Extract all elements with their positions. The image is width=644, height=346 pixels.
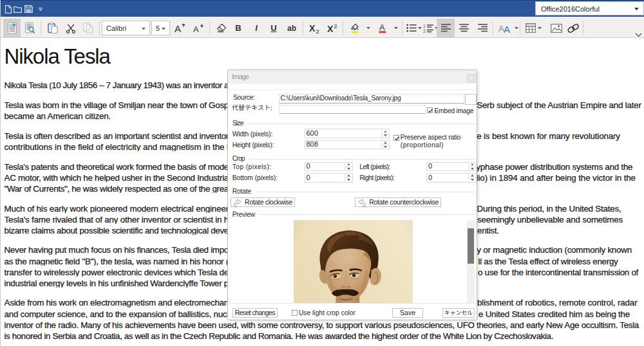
preview-scrollbar-thumb[interactable] [468, 228, 474, 264]
save-icon[interactable] [24, 5, 33, 13]
crop-bottom-spinbox[interactable]: 0 [305, 173, 353, 183]
superscript-button[interactable]: X2 [325, 19, 340, 37]
strikethrough-button[interactable]: ab [285, 19, 299, 37]
spinner-buttons[interactable] [468, 174, 476, 182]
shrink-font-icon: A [193, 23, 204, 33]
document-text-line: During this period, in the United States… [477, 205, 621, 213]
crop-right-spinbox[interactable]: 0 [426, 173, 477, 183]
spinner-buttons[interactable] [381, 129, 389, 138]
underline-icon: U [270, 23, 276, 33]
text-segment: e is best known for many revolutionary [477, 132, 620, 140]
bold-button[interactable]: B [231, 19, 245, 37]
grow-font-icon: A [175, 23, 186, 33]
rotate-section-line [255, 192, 476, 192]
subscript-button[interactable]: X2 [307, 19, 322, 37]
use-light-crop-color-label: Use light crop color [299, 309, 355, 316]
cancel-label-glyphs [444, 309, 473, 316]
toolbar-separator [343, 21, 343, 35]
text-segment: blishment of robotics, remote control, r… [477, 298, 638, 307]
svg-text:X: X [327, 24, 334, 33]
spinner-buttons[interactable] [468, 163, 476, 171]
change-case-button[interactable]: AA [498, 19, 513, 37]
rotate-counterclockwise-button[interactable]: Rotate counterclockwise [355, 197, 441, 207]
text-segment: Much of his early work pioneered modern … [5, 205, 229, 213]
preview-scrollbar[interactable] [467, 221, 475, 304]
document-text-line: e United States credited him as being th… [478, 310, 630, 318]
text-segment: bizarre claims about possible scientific… [5, 226, 229, 235]
width-spinbox[interactable]: 600 [305, 129, 390, 138]
spin-down-button[interactable] [382, 134, 389, 138]
browse-button[interactable] [465, 94, 477, 105]
formatting-toolbar: Calibri 5 A A B I U ab X2 X2 [1, 17, 644, 38]
preview-image[interactable] [294, 220, 413, 304]
document-mode-button[interactable] [3, 19, 21, 37]
insert-table-dropdown[interactable] [535, 19, 544, 37]
spin-down-button[interactable] [469, 167, 476, 170]
font-color-button[interactable]: A [375, 19, 390, 37]
copy-button[interactable] [80, 19, 97, 37]
alt-text-field[interactable] [279, 105, 426, 114]
spin-down-button[interactable] [345, 178, 352, 181]
spinner-buttons[interactable] [381, 141, 389, 149]
rotate-clockwise-button[interactable]: Rotate clockwise [231, 197, 295, 207]
preserve-aspect-label-line2: (proportional) [401, 141, 444, 149]
italic-button[interactable]: I [249, 19, 263, 37]
text-segment: became an American citizen. [5, 112, 111, 120]
svg-text:A: A [193, 24, 199, 33]
spin-down-button[interactable] [345, 167, 352, 170]
application-window: Office2016Colorful Calibri 5 [0, 0, 644, 346]
align-left-button[interactable] [437, 19, 455, 37]
font-name-combobox[interactable]: Calibri [102, 21, 150, 35]
dialog-close-button[interactable] [467, 73, 476, 83]
chevron-down-icon [162, 28, 166, 30]
preserve-aspect-checkbox[interactable] [393, 135, 399, 141]
text-segment: inventor of the radio. Many of his achie… [5, 321, 639, 329]
font-size-combobox[interactable]: 5 [151, 21, 170, 35]
toolbar-separator [583, 21, 583, 35]
customize-quick-access-icon[interactable] [39, 8, 43, 11]
image-dialog: Image Source: C:\Users\kuni\Downloads\Te… [227, 69, 477, 320]
align-center-button[interactable] [455, 19, 472, 37]
clear-formatting-button[interactable] [213, 19, 229, 37]
new-document-icon[interactable] [5, 5, 12, 14]
text-segment: entist. [477, 226, 499, 235]
document-text-line: entist. [477, 226, 499, 235]
theme-selector[interactable]: Office2016Colorful [535, 1, 644, 15]
image-icon [551, 24, 562, 33]
embed-image-checkbox[interactable] [427, 107, 433, 113]
cut-button[interactable] [62, 19, 79, 37]
dialog-title-bar[interactable]: Image [228, 70, 477, 84]
paste-button[interactable] [44, 19, 61, 37]
spinner-buttons[interactable] [345, 174, 352, 182]
spinner-buttons[interactable] [345, 163, 352, 171]
text-segment: industrial energy levels in his unfinish… [5, 279, 229, 287]
use-light-crop-color-checkbox[interactable] [292, 310, 298, 316]
save-button[interactable]: Save [392, 308, 423, 318]
text-segment: ll as the Tesla effect of wireless energ… [478, 257, 618, 266]
crop-left-spinbox[interactable]: 0 [426, 162, 477, 172]
insert-image-button[interactable] [549, 19, 564, 37]
spin-down-button[interactable] [382, 145, 389, 149]
spin-down-button[interactable] [469, 178, 476, 181]
height-spinbox[interactable]: 808 [305, 140, 390, 150]
highlight-color-button[interactable] [347, 19, 362, 37]
text-segment: dio) in 1894 and after being the victor … [473, 174, 636, 182]
print-preview-button[interactable] [22, 19, 38, 37]
underline-button[interactable]: U [267, 19, 281, 37]
rotate-counterclockwise-label: Rotate counterclockwise [369, 198, 439, 206]
text-segment: Tesla is often described as an important… [5, 132, 229, 140]
reset-changes-button[interactable]: Reset changes [232, 308, 278, 318]
align-right-button[interactable] [474, 19, 491, 37]
open-folder-icon[interactable] [14, 6, 22, 13]
cancel-button[interactable]: キャンセル [442, 308, 475, 318]
shrink-font-button[interactable]: A [191, 19, 206, 37]
source-field[interactable]: C:\Users\kuni\Downloads\Tesla_Sarony.jpg [279, 94, 464, 104]
crop-top-value: 0 [307, 162, 310, 170]
highlight-color-dropdown[interactable] [364, 19, 373, 37]
text-segment: Tesla's fame rivaled that of any other i… [5, 215, 229, 224]
rotate-clockwise-label: Rotate clockwise [245, 198, 292, 206]
font-color-dropdown[interactable] [392, 19, 401, 37]
insert-hyperlink-button[interactable] [565, 19, 581, 37]
crop-top-spinbox[interactable]: 0 [305, 162, 353, 172]
grow-font-button[interactable]: A [173, 19, 188, 37]
